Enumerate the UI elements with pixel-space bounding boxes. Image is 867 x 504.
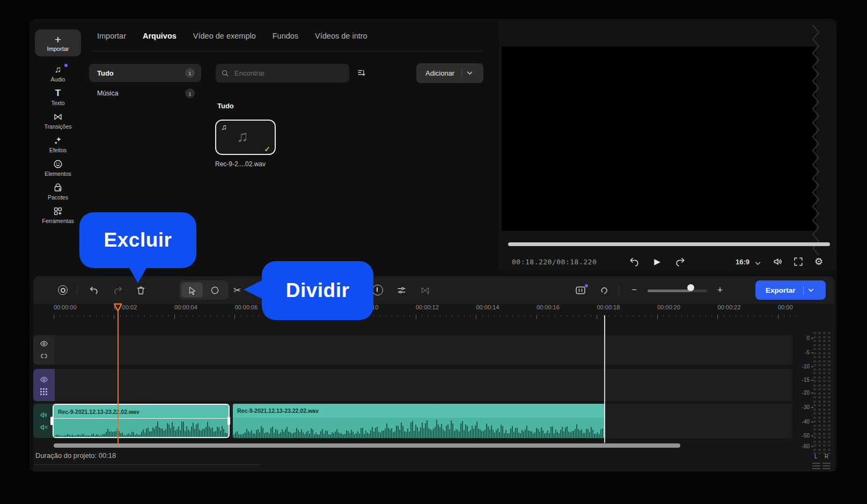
record-icon[interactable] <box>56 284 69 297</box>
cursor-icon[interactable] <box>186 284 199 297</box>
auto-captions-icon[interactable] <box>574 284 587 297</box>
app-root: + Importar ♫ Áudio T Texto Transições Ef… <box>0 0 867 504</box>
export-button[interactable]: Exportar <box>755 280 826 300</box>
preview-redo-icon[interactable] <box>674 255 687 268</box>
speaker-muted-icon <box>40 423 48 432</box>
sidebar-item-ferramentas[interactable]: Ferramentas <box>35 203 81 227</box>
level-meter-bar-right <box>823 332 831 454</box>
sidebar-item-audio[interactable]: ♫ Áudio <box>35 62 81 85</box>
music-note-icon: ♫ <box>237 128 248 145</box>
fullscreen-icon[interactable] <box>792 255 805 268</box>
zoom-slider-thumb[interactable] <box>687 284 694 291</box>
unlink-icon <box>40 352 48 360</box>
tab-arquivos[interactable]: Arquivos <box>143 32 177 40</box>
sidebar-item-texto[interactable]: T Texto <box>35 85 81 109</box>
search-input[interactable] <box>233 69 332 78</box>
horizontal-scrollbar[interactable] <box>54 443 680 448</box>
text-icon: T <box>55 88 61 99</box>
sidebar-item-importar[interactable]: + Importar <box>35 29 81 56</box>
check-icon: ✓ <box>264 145 270 153</box>
audio-clip-1[interactable]: Rec-9-2021.12.13-23.22.02.wav <box>53 404 230 438</box>
tab-fundos[interactable]: Fundos <box>273 32 298 40</box>
sidebar-item-elementos[interactable]: Elementos <box>35 156 81 180</box>
timeline-zoom-slider[interactable] <box>648 290 707 292</box>
callout-dividir: Dividir <box>262 261 373 320</box>
callout-dividir-tail <box>244 280 263 299</box>
library-section-title: Tudo <box>217 102 234 110</box>
blade-octagon-icon[interactable] <box>208 284 221 297</box>
tab-videos-de-intro[interactable]: Vídeos de intro <box>315 32 368 40</box>
smiley-icon <box>53 159 63 169</box>
sort-icon[interactable] <box>355 66 369 80</box>
redo-icon[interactable] <box>112 284 124 297</box>
meter-tick-label: -50 <box>793 433 810 439</box>
zoom-in-icon[interactable]: + <box>714 284 726 297</box>
ruler-label: 00:00:06 <box>235 304 258 310</box>
play-button[interactable]: ▶ <box>651 255 664 268</box>
mixer-icon[interactable] <box>812 463 831 470</box>
button-divider <box>461 69 462 78</box>
undo-icon[interactable] <box>87 284 100 297</box>
ruler-label: 00:00:16 <box>537 304 560 310</box>
channel-label-right: R <box>825 454 828 459</box>
aspect-ratio-selector[interactable]: 16:9 <box>736 258 750 266</box>
project-duration-label: Duração do projeto: 00:18 <box>35 451 116 459</box>
preview-undo-icon[interactable] <box>628 255 641 268</box>
chevron-down-icon[interactable] <box>467 71 473 75</box>
music-note-icon: ♫ <box>55 65 62 75</box>
notification-dot <box>64 64 68 67</box>
search-icon <box>221 69 229 77</box>
filter-item-tudo[interactable]: Tudo 1 <box>89 64 201 82</box>
timeline-panel: ✂ − + Exportar <box>33 276 835 471</box>
ruler-label: 00:00 <box>778 304 793 310</box>
sidebar-item-efeitos[interactable]: Efeitos <box>35 132 81 156</box>
track-lane-2[interactable] <box>55 369 792 401</box>
ruler-label: 00:00:14 <box>476 304 499 310</box>
clip-trim-handle-right[interactable] <box>227 417 230 425</box>
tab-video-de-exemplo[interactable]: Vídeo de exemplo <box>193 32 256 40</box>
channel-label-left: L <box>814 454 818 459</box>
toolbar-divider <box>77 286 77 294</box>
project-end-marker <box>604 315 605 443</box>
count-badge: 1 <box>185 68 195 78</box>
tab-importar[interactable]: Importar <box>97 32 126 40</box>
chevron-down-icon[interactable] <box>808 288 814 292</box>
meter-tick-label: -10 <box>793 364 810 369</box>
hook-icon[interactable] <box>598 284 611 297</box>
track-lane-1[interactable] <box>55 335 792 365</box>
callout-excluir: Excluir <box>79 212 196 268</box>
track-header-effect[interactable] <box>33 369 55 401</box>
track-header-text[interactable] <box>33 335 55 365</box>
chevron-down-icon[interactable] <box>751 257 764 270</box>
music-note-icon: ♫ <box>221 122 227 131</box>
ruler-label: 00:00:00 <box>54 304 77 310</box>
transition-add-icon[interactable] <box>418 284 431 297</box>
media-card-audio[interactable]: ♫ ♫ ✓ <box>215 120 276 155</box>
waveform <box>54 419 229 437</box>
volume-icon[interactable] <box>772 255 784 268</box>
effects-icon <box>53 136 63 146</box>
speaker-icon <box>40 411 48 419</box>
clip-trim-handle-left[interactable] <box>50 417 53 425</box>
add-button[interactable]: Adicionar <box>416 63 483 83</box>
settings-gear-icon[interactable]: ⚙ <box>812 255 825 268</box>
ruler-label: 00:00:22 <box>718 304 741 310</box>
transition-icon <box>53 112 63 122</box>
playhead-marker[interactable] <box>113 303 123 312</box>
preview-progress-bar[interactable] <box>508 242 830 246</box>
delete-trash-icon[interactable] <box>134 284 147 297</box>
sidebar-item-transicoes[interactable]: Transições <box>35 109 81 132</box>
count-badge: 1 <box>185 88 195 98</box>
playhead-line[interactable] <box>117 310 119 446</box>
audio-clip-2[interactable]: Rec-9-2021.12.13-23.22.02.wav <box>233 404 605 438</box>
meter-tick-label: -20 <box>793 390 810 396</box>
meter-tick-label: 0 <box>793 335 810 341</box>
zoom-out-icon[interactable]: − <box>628 284 641 297</box>
split-scissors-icon[interactable]: ✂ <box>231 284 244 297</box>
filter-item-musica[interactable]: Música 1 <box>89 85 201 101</box>
sidebar-item-pacotes[interactable]: Pacotes <box>35 180 81 203</box>
adjust-sliders-icon[interactable] <box>395 284 408 297</box>
sidebar: ♫ Áudio T Texto Transições Efeitos Eleme… <box>35 62 81 227</box>
meter-tick-label: -40 <box>793 419 810 425</box>
ruler-label: 00:00:12 <box>416 304 439 310</box>
